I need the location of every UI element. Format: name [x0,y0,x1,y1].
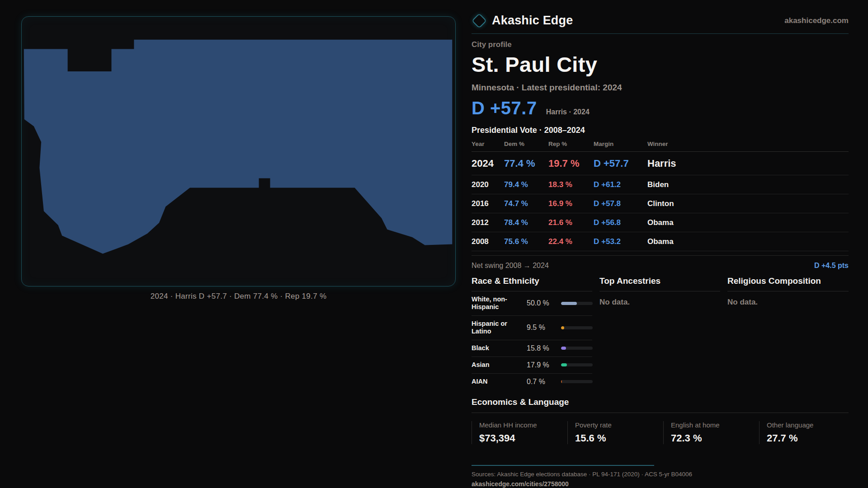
vote-dem-pct: 77.4 % [504,158,548,169]
city-map-shape [22,17,455,286]
vote-margin: D +57.8 [594,199,647,208]
economics-stat-value: 15.6 % [575,432,663,444]
top-ancestries-column: Top Ancestries No data. [599,276,720,390]
race-bar-fill [561,302,577,305]
economics-stat-value: $73,394 [479,432,567,444]
top-ancestries-title: Top Ancestries [599,276,720,291]
economics-stat-label: Poverty rate [575,421,663,429]
vote-year: 2020 [472,180,504,189]
vote-year: 2016 [472,199,504,208]
vote-dem-pct: 75.6 % [504,237,548,246]
economics-stat-label: English at home [671,421,759,429]
vote-table-row: 202477.4 %19.7 %D +57.7Harris [472,152,849,175]
vote-dem-pct: 74.7 % [504,199,548,208]
race-bar-fill [561,380,562,383]
vote-rep-pct: 22.4 % [548,237,594,246]
brand-divider [472,33,849,34]
economics-stat-value: 27.7 % [767,432,855,444]
vote-column-header: Dem % [504,141,548,147]
vote-dem-pct: 79.4 % [504,180,548,189]
map-caption: 2024 · Harris D +57.7 · Dem 77.4 % · Rep… [21,292,456,301]
page-subtitle: Minnesota · Latest presidential: 2024 [472,83,849,93]
vote-rep-pct: 16.9 % [548,199,594,208]
race-bar-track [561,326,593,329]
city-boundary-polygon [24,40,452,254]
latest-margin-headline: D +57.7 Harris · 2024 [472,98,849,118]
race-label: AIAN [472,378,527,385]
race-bar-fill [561,363,567,366]
economics-stat: Poverty rate15.6 % [567,421,663,444]
footer-sources: Sources: Akashic Edge elections database… [472,471,849,478]
vote-column-header: Margin [594,141,647,147]
race-value: 17.9 % [527,361,561,369]
vote-rep-pct: 18.3 % [548,180,594,189]
vote-table-row: 200875.6 %22.4 %D +53.2Obama [472,232,849,251]
vote-table-row: 201674.7 %16.9 %D +57.8Clinton [472,194,849,213]
race-bar-fill [561,347,566,350]
economics-stat-label: Other language [767,421,855,429]
vote-winner: Clinton [647,199,849,208]
race-value: 9.5 % [527,324,561,332]
race-ethnicity-list: White, non-Hispanic50.0 %Hispanic or Lat… [472,291,592,390]
vote-table-row: 202079.4 %18.3 %D +61.2Biden [472,175,849,194]
brand-diamond-icon [472,13,487,28]
race-value: 15.8 % [527,344,561,352]
vote-column-header: Winner [647,141,849,147]
economics-stat-value: 72.3 % [671,432,759,444]
economics-stats: Median HH income$73,394Poverty rate15.6 … [472,421,849,444]
race-bar-track [561,380,593,383]
latest-margin-note: Harris · 2024 [546,108,590,116]
race-label: Asian [472,361,527,369]
city-profile-panel: Akashic Edge akashicedge.com City profil… [472,0,849,488]
footer-permalink-link[interactable]: akashicedge.com/cities/2758000 [472,480,849,488]
top-ancestries-empty: No data. [599,291,720,307]
footer: Sources: Akashic Edge elections database… [472,465,849,488]
latest-margin-value: D +57.7 [472,98,537,118]
vote-table-title: Presidential Vote · 2008–2024 [472,126,849,135]
vote-table-header: YearDem %Rep %MarginWinner [472,141,849,152]
religious-composition-empty: No data. [727,291,849,307]
race-bar-track [561,302,593,305]
vote-column-header: Year [472,141,504,147]
economics-stat: Median HH income$73,394 [472,421,567,444]
net-swing-row: Net swing 2008 → 2024 D +4.5 pts [472,255,849,270]
vote-margin: D +56.8 [594,218,647,227]
vote-margin: D +57.7 [594,158,647,169]
race-ethnicity-title: Race & Ethnicity [472,276,592,291]
net-swing-label: Net swing 2008 → 2024 [472,262,549,270]
vote-margin: D +61.2 [594,180,647,189]
vote-margin: D +53.2 [594,237,647,246]
brand-header: Akashic Edge akashicedge.com [472,0,849,28]
race-bar-track [561,363,593,366]
page-title: St. Paul City [472,52,849,77]
race-label: Hispanic or Latino [472,320,527,336]
vote-table-row: 201278.4 %21.6 %D +56.8Obama [472,213,849,232]
brand-site-link[interactable]: akashicedge.com [784,16,849,25]
vote-winner: Harris [647,158,849,169]
race-label: White, non-Hispanic [472,296,527,311]
race-row: Asian17.9 % [472,357,592,374]
page-kicker: City profile [472,40,849,49]
vote-year: 2008 [472,237,504,246]
economics-stat: Other language27.7 % [759,421,855,444]
vote-dem-pct: 78.4 % [504,218,548,227]
race-row: Black15.8 % [472,340,592,357]
footer-accent-line [472,465,654,466]
race-value: 0.7 % [527,378,561,386]
demographics-columns: Race & Ethnicity White, non-Hispanic50.0… [472,276,849,390]
religious-composition-title: Religious Composition [727,276,849,291]
religious-composition-column: Religious Composition No data. [727,276,849,390]
race-row: White, non-Hispanic50.0 % [472,291,592,316]
vote-year: 2012 [472,218,504,227]
vote-winner: Obama [647,218,849,227]
net-swing-value: D +4.5 pts [814,262,849,270]
vote-rep-pct: 21.6 % [548,218,594,227]
race-bar-track [561,347,593,350]
race-ethnicity-column: Race & Ethnicity White, non-Hispanic50.0… [472,276,592,390]
vote-winner: Obama [647,237,849,246]
race-bar-fill [561,326,564,329]
vote-table-body: 202477.4 %19.7 %D +57.7Harris202079.4 %1… [472,152,849,251]
vote-column-header: Rep % [548,141,594,147]
race-label: Black [472,344,527,352]
vote-year: 2024 [472,158,504,169]
